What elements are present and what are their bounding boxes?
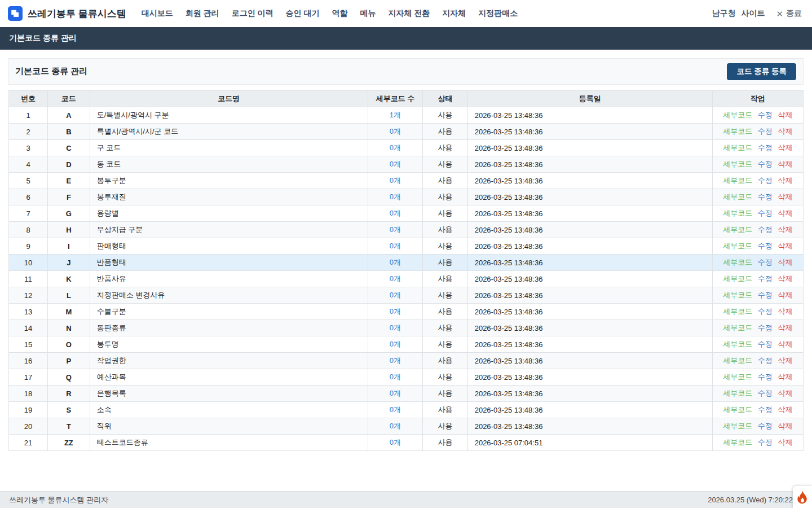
subcode-link[interactable]: 세부코드	[723, 340, 752, 348]
delete-link[interactable]: 삭제	[778, 225, 792, 234]
subcode-link[interactable]: 세부코드	[723, 176, 752, 185]
subcode-link[interactable]: 세부코드	[723, 258, 752, 266]
nav-item[interactable]: 지자체 전환	[382, 5, 436, 22]
delete-link[interactable]: 삭제	[778, 405, 792, 414]
subcode-link[interactable]: 세부코드	[723, 209, 752, 217]
nav-item[interactable]: 지자체	[436, 5, 472, 22]
subcode-link[interactable]: 세부코드	[723, 438, 752, 446]
delete-link[interactable]: 삭제	[778, 422, 792, 430]
delete-link[interactable]: 삭제	[778, 307, 792, 316]
edit-link[interactable]: 수정	[758, 258, 773, 266]
nav-item[interactable]: 역할	[325, 5, 354, 22]
subcode-link[interactable]: 세부코드	[723, 422, 752, 430]
delete-link[interactable]: 삭제	[778, 291, 792, 299]
delete-link[interactable]: 삭제	[778, 340, 792, 348]
edit-link[interactable]: 수정	[758, 438, 773, 446]
delete-link[interactable]: 삭제	[778, 111, 792, 119]
delete-link[interactable]: 삭제	[778, 323, 792, 332]
delete-link[interactable]: 삭제	[778, 192, 792, 201]
actions-cell: 세부코드 수정 삭제	[712, 173, 803, 189]
nav-item[interactable]: 로그인 이력	[226, 5, 280, 22]
subcode-count-link[interactable]: 0개	[368, 238, 422, 255]
subcode-count-link[interactable]: 0개	[368, 336, 422, 353]
edit-link[interactable]: 수정	[758, 422, 773, 430]
edit-link[interactable]: 수정	[758, 356, 773, 365]
site-link[interactable]: 사이트	[741, 8, 765, 19]
brand[interactable]: 쓰레기봉투 물류시스템	[8, 6, 126, 21]
edit-link[interactable]: 수정	[758, 242, 773, 250]
nav-item[interactable]: 지정판매소	[472, 5, 524, 22]
delete-link[interactable]: 삭제	[778, 274, 792, 283]
edit-link[interactable]: 수정	[758, 389, 773, 397]
edit-link[interactable]: 수정	[758, 307, 773, 316]
delete-link[interactable]: 삭제	[778, 143, 792, 152]
debug-toolbar-button[interactable]	[793, 486, 812, 508]
subcode-count-link[interactable]: 0개	[368, 402, 422, 418]
subcode-link[interactable]: 세부코드	[723, 242, 752, 250]
delete-link[interactable]: 삭제	[778, 389, 792, 397]
subcode-link[interactable]: 세부코드	[723, 356, 752, 365]
delete-link[interactable]: 삭제	[778, 209, 792, 217]
nav-item[interactable]: 대시보드	[135, 5, 179, 22]
edit-link[interactable]: 수정	[758, 405, 773, 414]
subcode-count-link[interactable]: 0개	[368, 369, 422, 386]
edit-link[interactable]: 수정	[758, 291, 773, 299]
subcode-count-link[interactable]: 0개	[368, 271, 422, 287]
subcode-link[interactable]: 세부코드	[723, 143, 752, 152]
subcode-count-link[interactable]: 0개	[368, 320, 422, 336]
subcode-link[interactable]: 세부코드	[723, 192, 752, 201]
subcode-count-link[interactable]: 0개	[368, 205, 422, 222]
subcode-count-link[interactable]: 0개	[368, 222, 422, 238]
edit-link[interactable]: 수정	[758, 176, 773, 185]
subcode-count-link[interactable]: 0개	[368, 304, 422, 320]
subcode-link[interactable]: 세부코드	[723, 323, 752, 332]
subcode-link[interactable]: 세부코드	[723, 373, 752, 381]
delete-link[interactable]: 삭제	[778, 258, 792, 266]
delete-link[interactable]: 삭제	[778, 242, 792, 250]
edit-link[interactable]: 수정	[758, 373, 773, 381]
edit-link[interactable]: 수정	[758, 225, 773, 234]
subcode-link[interactable]: 세부코드	[723, 160, 752, 168]
subcode-link[interactable]: 세부코드	[723, 291, 752, 299]
edit-link[interactable]: 수정	[758, 209, 773, 217]
edit-link[interactable]: 수정	[758, 111, 773, 119]
edit-link[interactable]: 수정	[758, 127, 773, 135]
nav-item[interactable]: 회원 관리	[179, 5, 226, 22]
delete-link[interactable]: 삭제	[778, 160, 792, 168]
subcode-link[interactable]: 세부코드	[723, 274, 752, 283]
subcode-link[interactable]: 세부코드	[723, 389, 752, 397]
nav-item[interactable]: 메뉴	[354, 5, 382, 22]
edit-link[interactable]: 수정	[758, 192, 773, 201]
edit-link[interactable]: 수정	[758, 143, 773, 152]
delete-link[interactable]: 삭제	[778, 176, 792, 185]
subcode-link[interactable]: 세부코드	[723, 307, 752, 316]
edit-link[interactable]: 수정	[758, 160, 773, 168]
subcode-link[interactable]: 세부코드	[723, 127, 752, 135]
subcode-count-link[interactable]: 0개	[368, 173, 422, 189]
delete-link[interactable]: 삭제	[778, 438, 792, 446]
subcode-link[interactable]: 세부코드	[723, 111, 752, 119]
delete-link[interactable]: 삭제	[778, 373, 792, 381]
nav-item[interactable]: 승인 대기	[280, 5, 326, 22]
subcode-count-link[interactable]: 0개	[368, 255, 422, 271]
subcode-count-link[interactable]: 1개	[368, 107, 422, 124]
delete-link[interactable]: 삭제	[778, 356, 792, 365]
subcode-count-link[interactable]: 0개	[368, 124, 422, 140]
subcode-link[interactable]: 세부코드	[723, 405, 752, 414]
exit-button[interactable]: ✕ 종료	[776, 8, 802, 19]
edit-link[interactable]: 수정	[758, 274, 773, 283]
register-code-type-button[interactable]: 코드 종류 등록	[727, 63, 796, 80]
subcode-count-link[interactable]: 0개	[368, 435, 422, 451]
subcode-count-link[interactable]: 0개	[368, 418, 422, 435]
delete-link[interactable]: 삭제	[778, 127, 792, 135]
subcode-count-link[interactable]: 0개	[368, 287, 422, 304]
subcode-link[interactable]: 세부코드	[723, 225, 752, 234]
edit-link[interactable]: 수정	[758, 323, 773, 332]
actions-cell: 세부코드 수정 삭제	[712, 287, 803, 304]
edit-link[interactable]: 수정	[758, 340, 773, 348]
subcode-count-link[interactable]: 0개	[368, 189, 422, 205]
subcode-count-link[interactable]: 0개	[368, 386, 422, 402]
subcode-count-link[interactable]: 0개	[368, 353, 422, 369]
subcode-count-link[interactable]: 0개	[368, 140, 422, 156]
subcode-count-link[interactable]: 0개	[368, 156, 422, 173]
